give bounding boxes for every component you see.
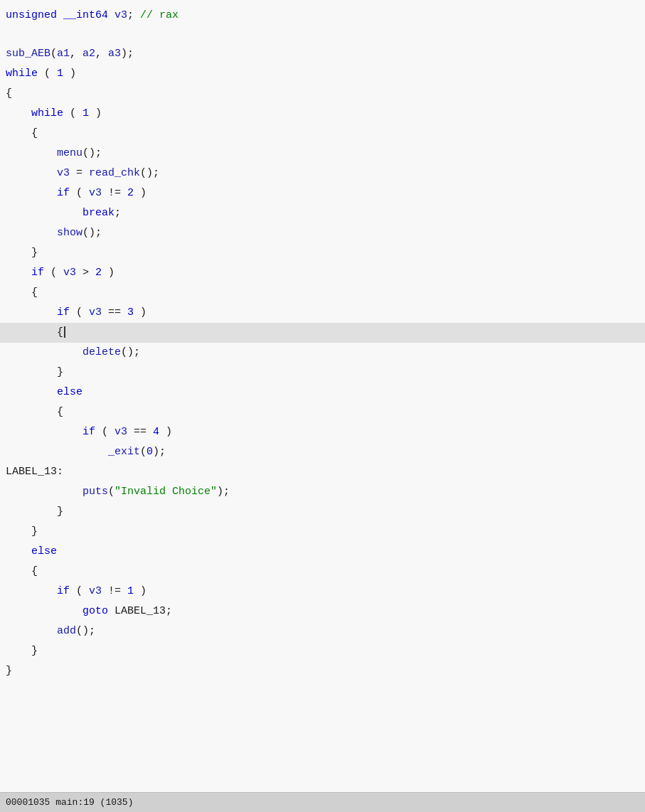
code-text: _exit(0); [0,443,166,461]
code-text: { [0,284,38,302]
code-text: sub_AEB(a1, a2, a3); [0,45,134,63]
code-text: } [0,642,38,661]
code-text: if ( v3 == 3 ) [0,304,146,322]
code-line: show(); [0,223,645,243]
code-text: while ( 1 ) [0,65,76,83]
code-text: goto LABEL_13; [0,602,172,621]
code-line: { [0,124,645,144]
code-line: } [0,522,645,542]
code-line: } [0,243,645,263]
code-text: show(); [0,224,102,242]
code-line: { [0,84,645,104]
code-line: if ( v3 != 1 ) [0,582,645,602]
code-line: else [0,542,645,562]
status-bar: 00001035 main:19 (1035) [0,792,645,812]
code-line: goto LABEL_13; [0,602,645,621]
code-line: { [0,562,645,582]
code-text: { [0,85,12,103]
code-line: while ( 1 ) [0,104,645,124]
code-text: puts("Invalid Choice"); [0,483,230,501]
code-line: sub_AEB(a1, a2, a3); [0,44,645,64]
code-line: } [0,661,645,681]
code-text: LABEL_13: [0,463,63,481]
code-text: else [0,543,57,561]
code-text: v3 = read_chk(); [0,164,159,183]
code-text: while ( 1 ) [0,105,102,123]
code-text: { [0,562,38,581]
code-text: if ( v3 != 1 ) [0,582,146,601]
code-line: add(); [0,621,645,641]
code-line: { [0,283,645,303]
code-line: v3 = read_chk(); [0,164,645,183]
code-line [0,26,645,44]
code-text: } [0,363,63,382]
code-text: } [0,244,38,262]
code-text: delete(); [0,343,140,362]
status-text: 00001035 main:19 (1035) [6,797,133,808]
code-text: unsigned __int64 v3; // rax [0,6,178,25]
code-line: if ( v3 > 2 ) [0,263,645,283]
code-text: else [0,383,82,402]
code-line: break; [0,203,645,223]
code-line: } [0,641,645,661]
code-line: unsigned __int64 v3; // rax [0,6,645,26]
code-line: { [0,402,645,422]
code-text: { [0,403,63,422]
code-line: LABEL_13: [0,462,645,482]
text-cursor [64,326,65,338]
code-text: { [0,124,38,143]
code-text: if ( v3 == 4 ) [0,423,172,442]
code-text: } [0,523,38,541]
code-line: else [0,383,645,402]
code-line: menu(); [0,144,645,164]
code-text: menu(); [0,144,102,163]
code-line: } [0,363,645,383]
code-text: if ( v3 != 2 ) [0,184,146,203]
code-text: } [0,503,63,521]
code-line: } [0,502,645,522]
code-text: if ( v3 > 2 ) [0,264,114,282]
code-text: add(); [0,622,95,641]
code-text: break; [0,204,121,223]
code-editor: unsigned __int64 v3; // raxsub_AEB(a1, a… [0,0,645,792]
code-line: if ( v3 == 4 ) [0,422,645,442]
code-line: { [0,323,645,343]
code-line: while ( 1 ) [0,64,645,84]
code-line: if ( v3 != 2 ) [0,183,645,203]
code-text: { [0,324,65,342]
code-line: puts("Invalid Choice"); [0,482,645,502]
code-line: if ( v3 == 3 ) [0,303,645,323]
code-line: delete(); [0,343,645,363]
code-line: _exit(0); [0,442,645,462]
code-text: } [0,662,12,680]
